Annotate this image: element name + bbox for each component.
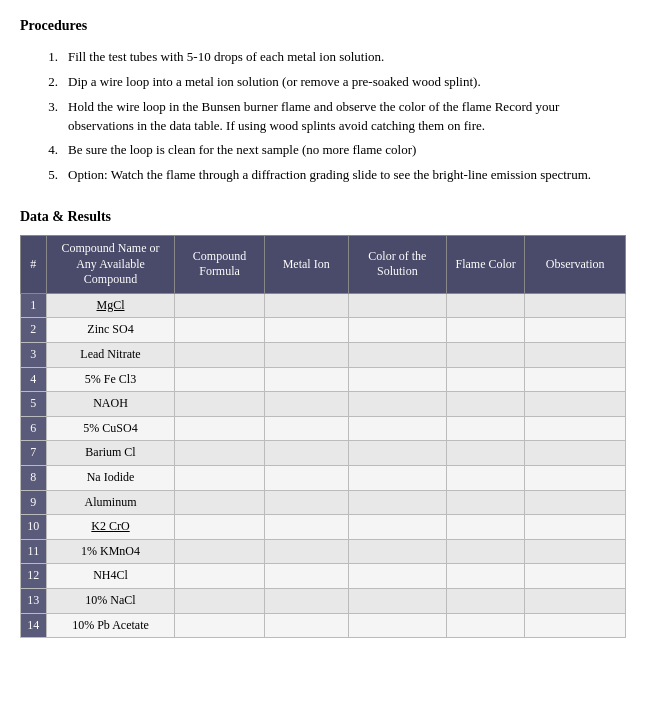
list-item: 3. Hold the wire loop in the Bunsen burn… [20,98,626,136]
table-header-row: # Compound Name or Any Available Compoun… [21,236,626,294]
row-num: 10 [21,515,47,540]
row-num: 4 [21,367,47,392]
compound-formula [175,367,264,392]
compound-name: 10% Pb Acetate [46,613,175,638]
col-header-observation: Observation [525,236,626,294]
observation [525,293,626,318]
row-num: 1 [21,293,47,318]
flame-color [447,343,525,368]
proc-num: 1. [20,48,68,67]
col-header-num: # [21,236,47,294]
proc-num: 3. [20,98,68,136]
observation [525,539,626,564]
compound-formula [175,466,264,491]
compound-name: 1% KMnO4 [46,539,175,564]
row-num: 14 [21,613,47,638]
observation [525,343,626,368]
observation [525,564,626,589]
row-num: 7 [21,441,47,466]
flame-color [447,392,525,417]
color-solution [348,613,446,638]
proc-text: Dip a wire loop into a metal ion solutio… [68,73,626,92]
flame-color [447,515,525,540]
table-row: 111% KMnO4 [21,539,626,564]
compound-formula [175,539,264,564]
col-header-color-solution: Color of the Solution [348,236,446,294]
color-solution [348,564,446,589]
procedures-section: Procedures 1. Fill the test tubes with 5… [20,18,626,185]
observation [525,613,626,638]
metal-ion [264,490,348,515]
list-item: 4. Be sure the loop is clean for the nex… [20,141,626,160]
color-solution [348,588,446,613]
observation [525,367,626,392]
table-row: 3Lead Nitrate [21,343,626,368]
metal-ion [264,293,348,318]
flame-color [447,416,525,441]
list-item: 1. Fill the test tubes with 5-10 drops o… [20,48,626,67]
compound-formula [175,392,264,417]
color-solution [348,515,446,540]
observation [525,466,626,491]
proc-num: 5. [20,166,68,185]
compound-formula [175,441,264,466]
metal-ion [264,515,348,540]
compound-name: NAOH [46,392,175,417]
observation [525,490,626,515]
data-results-section: Data & Results # Compound Name or Any Av… [20,209,626,638]
procedures-list: 1. Fill the test tubes with 5-10 drops o… [20,48,626,185]
color-solution [348,293,446,318]
row-num: 3 [21,343,47,368]
metal-ion [264,539,348,564]
proc-num: 4. [20,141,68,160]
flame-color [447,466,525,491]
table-row: 12NH4Cl [21,564,626,589]
flame-color [447,613,525,638]
row-num: 11 [21,539,47,564]
color-solution [348,466,446,491]
flame-color [447,367,525,392]
table-row: 9Aluminum [21,490,626,515]
proc-num: 2. [20,73,68,92]
compound-formula [175,318,264,343]
row-num: 8 [21,466,47,491]
flame-color [447,441,525,466]
row-num: 5 [21,392,47,417]
row-num: 2 [21,318,47,343]
observation [525,416,626,441]
col-header-compound-name: Compound Name or Any Available Compound [46,236,175,294]
table-row: 7Barium Cl [21,441,626,466]
compound-formula [175,416,264,441]
table-row: 8Na Iodide [21,466,626,491]
metal-ion [264,392,348,417]
flame-color [447,588,525,613]
compound-name: 5% Fe Cl3 [46,367,175,392]
compound-name: Barium Cl [46,441,175,466]
compound-formula [175,588,264,613]
flame-color [447,318,525,343]
table-row: 5NAOH [21,392,626,417]
compound-name: NH4Cl [46,564,175,589]
proc-text: Fill the test tubes with 5-10 drops of e… [68,48,626,67]
table-row: 1310% NaCl [21,588,626,613]
color-solution [348,318,446,343]
flame-color [447,539,525,564]
color-solution [348,441,446,466]
compound-name: 5% CuSO4 [46,416,175,441]
proc-text: Option: Watch the flame through a diffra… [68,166,626,185]
compound-name: Zinc SO4 [46,318,175,343]
observation [525,392,626,417]
metal-ion [264,416,348,441]
table-row: 65% CuSO4 [21,416,626,441]
metal-ion [264,588,348,613]
metal-ion [264,318,348,343]
compound-formula [175,515,264,540]
flame-color [447,490,525,515]
observation [525,441,626,466]
observation [525,515,626,540]
compound-name: K2 CrO [46,515,175,540]
compound-name: 10% NaCl [46,588,175,613]
color-solution [348,416,446,441]
metal-ion [264,343,348,368]
metal-ion [264,441,348,466]
